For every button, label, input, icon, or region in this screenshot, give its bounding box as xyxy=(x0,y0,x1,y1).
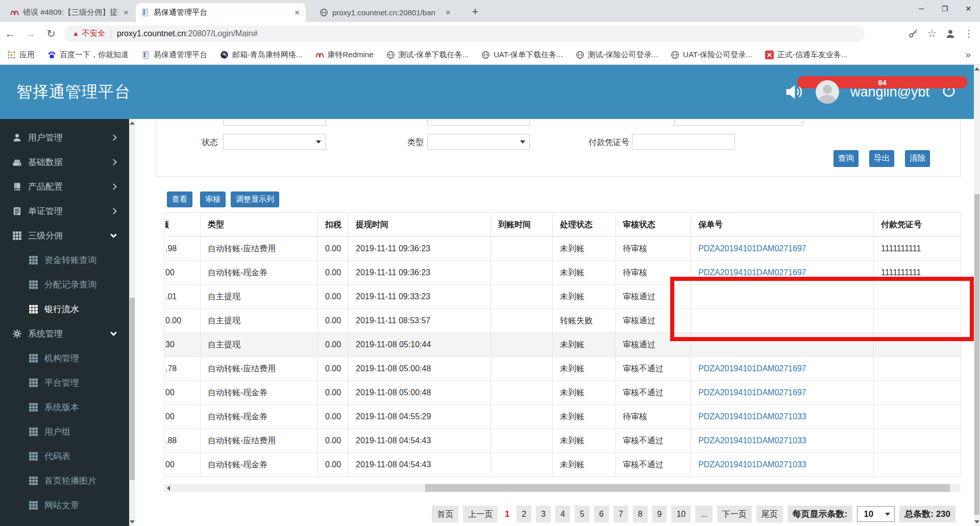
profile-avatar-icon[interactable] xyxy=(944,28,957,40)
status-select[interactable] xyxy=(223,134,326,150)
table-row[interactable]: 00自动转账-现金券0.002019-11-08 05:00:48未到账审核不通… xyxy=(164,381,961,405)
sidebar-item-product-config[interactable]: 产品配置 xyxy=(0,174,129,199)
policy-link[interactable]: PDZA20194101DAM0271697 xyxy=(698,268,806,277)
bookmark-mail[interactable]: 邮箱-青岛康特网络... xyxy=(220,50,303,60)
scroll-left-icon[interactable] xyxy=(164,484,173,492)
adjust-columns-button[interactable]: 调整显示列 xyxy=(231,192,279,207)
page-button-7[interactable]: 7 xyxy=(614,506,628,522)
clear-button[interactable]: 清除 xyxy=(905,150,930,167)
sidebar-item-system-version[interactable]: 系统版本 xyxy=(0,395,129,419)
sidebar-item-fund-transfer-query[interactable]: 资金转账查询 xyxy=(0,248,129,272)
page-button-9[interactable]: 9 xyxy=(652,506,667,522)
address-bar[interactable]: ▲ 不安全 proxy1.countnet.cn :20807/Login/Ma… xyxy=(64,26,865,42)
sidebar-item-basic-data[interactable]: 基础数据 xyxy=(0,150,129,174)
back-button[interactable]: ← xyxy=(0,28,20,40)
bookmark-prod-xintong[interactable]: 正式-信通车友业务... xyxy=(765,50,848,60)
chrome-menu-icon[interactable]: ⋮ xyxy=(964,28,974,39)
table-row[interactable]: .78自动转账-应结费用0.002019-11-08 05:00:48未到账审核… xyxy=(164,357,961,381)
password-key-icon[interactable] xyxy=(907,28,919,40)
first-page-button[interactable]: 首页 xyxy=(432,506,458,522)
page-button-10[interactable]: 10 xyxy=(671,506,691,522)
clipped-input[interactable] xyxy=(427,119,530,126)
view-button[interactable]: 查看 xyxy=(167,192,192,207)
table-row[interactable]: .98自动转账-应结费用0.002019-11-11 09:36:23未到账待审… xyxy=(164,237,961,261)
sidebar-item-bank-statement[interactable]: 银行流水 xyxy=(0,297,129,321)
user-avatar[interactable] xyxy=(816,80,839,104)
page-button-2[interactable]: 2 xyxy=(517,506,531,522)
sidebar-item-document-management[interactable]: 单证管理 xyxy=(0,199,129,223)
scroll-up-icon[interactable] xyxy=(974,65,980,73)
sidebar-item-user-management[interactable]: 用户管理 xyxy=(0,125,129,150)
browser-tab-redmine-issue[interactable]: 错误 #4809:【三级分佣】提现金× xyxy=(5,3,135,22)
forward-button[interactable]: → xyxy=(20,28,41,40)
prev-page-button[interactable]: 上一页 xyxy=(463,506,498,522)
tab-close-icon[interactable]: × xyxy=(293,8,301,18)
per-page-select[interactable]: 10 xyxy=(857,506,895,522)
page-button-6[interactable]: 6 xyxy=(594,506,609,522)
sidebar-item-system-management[interactable]: 系统管理 xyxy=(0,321,129,346)
tab-close-icon[interactable]: × xyxy=(122,8,130,18)
tab-close-icon[interactable]: × xyxy=(445,8,452,18)
bookmark-uat-insurer-login[interactable]: UAT-保险公司登录... xyxy=(671,50,752,60)
minimize-button[interactable]: ─ xyxy=(910,0,933,17)
sidebar-item-code-table[interactable]: 代码表 xyxy=(0,444,129,468)
clipped-input[interactable] xyxy=(223,119,326,126)
browser-tab-proxy[interactable]: proxy1.countnet.cn:20801/ban× xyxy=(314,3,457,22)
search-button[interactable]: 查询 xyxy=(834,150,859,167)
security-warning-label[interactable]: 不安全 xyxy=(82,29,105,38)
table-row[interactable]: .88自动转账-应结费用0.002019-11-08 04:54:43未到账审核… xyxy=(164,429,961,453)
bookmark-ybt[interactable]: 易保通管理平台 xyxy=(141,50,207,60)
bookmark-star-icon[interactable]: ☆ xyxy=(927,28,937,40)
bookmark-apps[interactable]: 应用 xyxy=(7,50,35,60)
page-scrollbar[interactable] xyxy=(974,65,980,526)
close-button[interactable]: ✕ xyxy=(957,0,980,17)
page-button-3[interactable]: 3 xyxy=(536,506,551,522)
sidebar-item-platform-management[interactable]: 平台管理 xyxy=(0,370,129,395)
bookmarks-overflow-icon[interactable]: » xyxy=(965,49,973,60)
policy-link[interactable]: PDZA20194101DAM0271033 xyxy=(698,460,806,469)
policy-link[interactable]: PDZA20194101DAM0271697 xyxy=(698,388,806,397)
page-button-5[interactable]: 5 xyxy=(575,506,590,522)
maximize-button[interactable]: ❐ xyxy=(933,0,957,17)
horizontal-scrollbar-thumb[interactable] xyxy=(425,484,950,492)
policy-link[interactable]: PDZA20194101DAM0271033 xyxy=(698,436,806,445)
policy-link[interactable]: PDZA20194101DAM0271033 xyxy=(698,412,806,421)
page-button-8[interactable]: 8 xyxy=(633,506,648,522)
page-button-1: 1 xyxy=(502,506,512,522)
sidebar-scrollbar-thumb[interactable] xyxy=(130,298,135,480)
clipped-input[interactable] xyxy=(674,119,803,126)
page-button-4[interactable]: 4 xyxy=(555,506,570,522)
type-select[interactable] xyxy=(427,134,530,150)
ellipsis-page-button[interactable]: ... xyxy=(695,506,712,522)
sidebar-item-organization-management[interactable]: 机构管理 xyxy=(0,346,129,370)
bookmark-label: 测试-保单下载任务... xyxy=(399,50,469,60)
next-page-button[interactable]: 下一页 xyxy=(717,506,752,522)
table-horizontal-scrollbar[interactable] xyxy=(164,484,961,492)
sidebar-item-homepage-carousel[interactable]: 首页轮播图片 xyxy=(0,468,129,493)
bookmark-test-insurer-login[interactable]: 测试-保险公司登录... xyxy=(576,50,658,60)
policy-link[interactable]: PDZA20194101DAM0271697 xyxy=(698,364,806,373)
export-button[interactable]: 导出 xyxy=(869,150,894,167)
new-tab-button[interactable]: + xyxy=(468,5,483,20)
sidebar-item-allocation-record-query[interactable]: 分配记录查询 xyxy=(0,272,129,297)
sidebar-scrollbar[interactable] xyxy=(129,119,135,526)
voucher-input[interactable] xyxy=(632,134,735,150)
scroll-down-icon[interactable] xyxy=(129,518,135,526)
sidebar-item-user-group[interactable]: 用户组 xyxy=(0,419,129,444)
scroll-up-icon[interactable] xyxy=(129,119,135,127)
last-page-button[interactable]: 尾页 xyxy=(756,506,783,522)
bookmark-test-download[interactable]: 测试-保单下载任务... xyxy=(386,50,469,60)
bookmark-uat-download[interactable]: UAT-保单下载任务... xyxy=(481,50,563,60)
sidebar-item-three-level-commission[interactable]: 三级分佣 xyxy=(0,223,129,248)
table-row[interactable]: 00自动转账-现金券0.002019-11-08 04:54:43未到账审核不通… xyxy=(164,453,961,477)
page-scrollbar-thumb[interactable] xyxy=(974,194,979,515)
sidebar-item-website-articles[interactable]: 网站文章 xyxy=(0,493,129,517)
audit-button[interactable]: 审核 xyxy=(200,192,226,207)
table-row[interactable]: 00自动转账-现金券0.002019-11-08 04:55:29未到账待审核P… xyxy=(164,405,961,429)
bookmark-baidu[interactable]: 百度一下，你就知道 xyxy=(47,50,129,60)
bookmark-kangte-redmine[interactable]: 康特Redmine xyxy=(315,50,374,60)
policy-link[interactable]: PDZA20194101DAM0271697 xyxy=(698,244,806,253)
scroll-down-icon[interactable] xyxy=(974,518,980,526)
reload-button[interactable]: ↻ xyxy=(41,28,61,40)
browser-tab-ybt-admin[interactable]: 易保通管理平台× xyxy=(136,3,306,22)
